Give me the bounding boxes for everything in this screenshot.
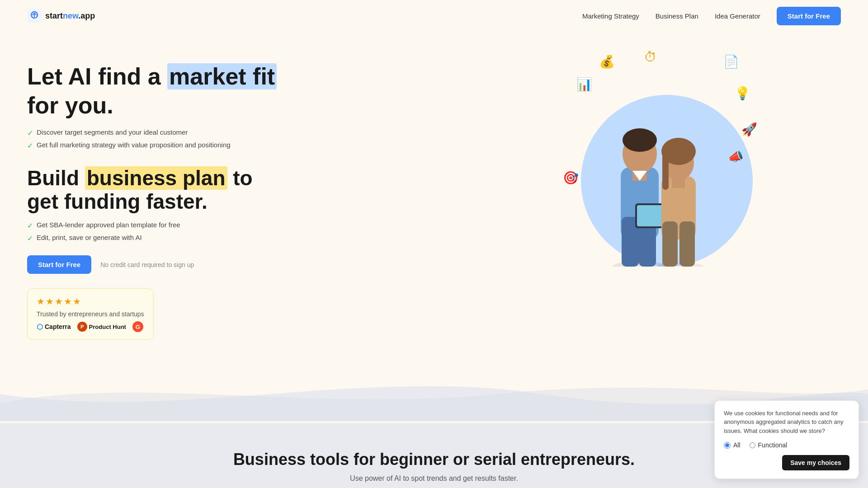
cookie-radio-functional[interactable] [750,442,755,448]
svg-rect-18 [662,221,678,267]
logo-icon [27,9,42,23]
cookie-text: We use cookies for functional needs and … [724,409,849,436]
cookie-save-button[interactable]: Save my choices [782,455,849,470]
feature-list-2: ✓ Get SBA-lender approved plan template … [27,221,475,243]
g2-logo: G [132,321,143,332]
float-icon-chart: 📊 [576,77,592,92]
float-icon-target: 🎯 [563,170,579,185]
hero-title-2-line2: for you. [27,92,475,119]
hero-title-1: Let AI find a market fit [27,63,475,90]
svg-rect-19 [679,221,695,267]
star-rating: ★★★★★ [37,296,144,307]
cookie-option-functional[interactable]: Functional [750,441,788,449]
hero-section: Let AI find a market fit for you. ✓ Disc… [0,32,868,340]
svg-point-5 [623,128,657,152]
float-icon-rocket: 🚀 [741,122,757,137]
feature-list-1: ✓ Discover target segments and your idea… [27,128,475,150]
check-icon-1: ✓ [27,129,33,137]
feature-item-1: ✓ Discover target segments and your idea… [27,128,475,137]
hero-image: 💰 📊 ⏱ 📄 💡 🚀 📣 🎯 [475,50,841,267]
no-credit-text: No credit card required to sign up [100,261,194,268]
nav-marketing-strategy[interactable]: Marketing Strategy [582,12,639,20]
hero-title-3: Build business plan to get funding faste… [27,166,475,214]
float-icon-doc: 📄 [723,54,739,69]
check-icon-2: ✓ [27,141,33,150]
float-icon-megaphone: 📣 [728,149,744,164]
nav-business-plan[interactable]: Business Plan [656,12,698,20]
hero-content: Let AI find a market fit for you. ✓ Disc… [27,50,475,340]
svg-rect-17 [672,179,685,188]
logo[interactable]: startnew.app [27,9,95,23]
ph-icon: P [77,322,87,332]
navbar: startnew.app Marketing Strategy Business… [0,0,868,32]
capterra-logo: ⬡ Capterra [37,323,71,331]
cookie-radio-all[interactable] [724,442,731,449]
check-icon-3: ✓ [27,221,33,230]
trust-text: Trusted by entrepreneurs and startups [37,310,144,318]
cookie-options: All Functional [724,441,849,449]
trust-badge: ★★★★★ Trusted by entrepreneurs and start… [27,288,154,340]
nav-links: Marketing Strategy Business Plan Idea Ge… [582,7,841,25]
logo-text: startnew.app [45,11,95,21]
hero-cta-button[interactable]: Start for Free [27,255,91,274]
product-hunt-logo: P Product Hunt [77,322,126,332]
capterra-icon: ⬡ [37,323,43,331]
check-icon-4: ✓ [27,234,33,243]
nav-cta-button[interactable]: Start for Free [777,7,841,25]
cookie-option-all[interactable]: All [724,441,741,449]
feature-item-4: ✓ Edit, print, save or generate with AI [27,234,475,243]
float-icon-bulb: 💡 [735,86,750,101]
feature-item-2: ✓ Get full marketing strategy with value… [27,141,475,150]
image-container: 💰 📊 ⏱ 📄 💡 🚀 📣 🎯 [563,50,753,267]
people-illustration [572,68,726,267]
feature-item-3: ✓ Get SBA-lender approved plan template … [27,221,475,230]
svg-rect-16 [662,154,669,190]
trust-logos: ⬡ Capterra P Product Hunt G [37,321,144,332]
nav-idea-generator[interactable]: Idea Generator [715,12,760,20]
float-icon-money: 💰 [599,54,615,69]
float-icon-clock: ⏱ [644,50,657,65]
cta-row: Start for Free No credit card required t… [27,255,475,274]
cookie-banner: We use cookies for functional needs and … [714,400,859,479]
